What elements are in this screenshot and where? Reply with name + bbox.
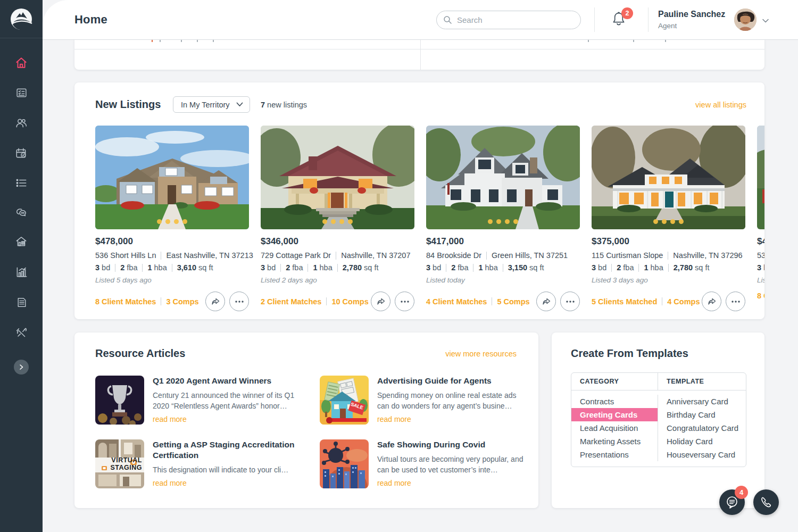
sidebar-item-tools[interactable] (0, 321, 43, 345)
listing-card: $478,000 536 Short Hills LnEast Nashvill… (757, 126, 764, 300)
share-icon (707, 297, 717, 306)
article-item: VIRTUALSTAGING Getting a ASP Staging Acc… (95, 439, 305, 488)
sidebar-item-contacts[interactable] (0, 111, 43, 135)
app-logo-icon[interactable] (10, 7, 33, 31)
comps-link[interactable]: 5 Comps (497, 297, 529, 306)
phone-fab-button[interactable] (753, 489, 779, 515)
top-header: Home 2 Pauline Sanchez Agent (43, 0, 798, 40)
template-item[interactable]: Birthday Card (658, 408, 746, 421)
sidebar-expand-button[interactable] (14, 360, 29, 375)
search-input[interactable] (457, 15, 563, 24)
client-matches-link[interactable]: 2 Client Matches (261, 297, 321, 306)
article-thumbnail-covid[interactable] (320, 439, 369, 488)
chat-badge: 4 (735, 486, 748, 499)
photo-carousel-dots[interactable] (95, 219, 249, 224)
category-item[interactable]: Presentations (571, 448, 658, 461)
house-listing-icon (15, 235, 28, 248)
article-title[interactable]: Getting a ASP Staging Accreditation Cert… (153, 439, 296, 461)
listing-photo[interactable] (757, 126, 764, 229)
templates-table: CATEGORY TEMPLATE Contracts Greeting Car… (571, 372, 746, 467)
share-button[interactable] (536, 292, 556, 311)
photo-carousel-dots[interactable] (757, 219, 764, 224)
listing-card: $417,000 84 Brookside DrGreen Hills, TN … (426, 126, 580, 311)
listing-photo[interactable] (426, 126, 580, 229)
sidebar-item-reports[interactable] (0, 260, 43, 284)
ellipsis-icon (732, 301, 740, 303)
client-matches-link[interactable]: 8 Client Matches (757, 292, 764, 300)
column-header-template: TEMPLATE (658, 373, 746, 390)
article-title[interactable]: Advertising Guide for Agents (377, 376, 530, 386)
listing-photo[interactable] (592, 126, 745, 229)
chat-fab-button[interactable]: 4 (719, 489, 745, 515)
client-matches-link[interactable]: 5 Clients Matched (592, 297, 657, 306)
more-options-button[interactable] (229, 292, 249, 311)
user-menu-chevron[interactable] (762, 16, 769, 26)
article-title[interactable]: Safe Showing During Covid (377, 439, 530, 450)
listing-listed-date: Listed today (426, 276, 580, 284)
article-thumbnail-advertising[interactable]: SALE (320, 376, 369, 425)
territory-filter-dropdown[interactable]: In My Territory (173, 96, 250, 113)
client-matches-link[interactable]: 4 Client Matches (426, 297, 487, 306)
listing-card: $478,000 536 Short Hills LnEast Nashvill… (95, 126, 249, 311)
read-more-link[interactable]: read more (153, 415, 305, 423)
article-thumbnail-trophy[interactable] (95, 376, 144, 425)
chevron-down-icon (236, 102, 243, 107)
photo-carousel-dots[interactable] (592, 219, 745, 224)
share-button[interactable] (702, 292, 721, 311)
resource-articles-title: Resource Articles (95, 347, 185, 360)
category-item-selected[interactable]: Greeting Cards (571, 408, 658, 421)
photo-carousel-dots[interactable] (426, 219, 580, 224)
comps-link[interactable]: 4 Comps (667, 297, 700, 306)
article-excerpt: Spending money on online real estate ads… (377, 390, 530, 412)
sidebar-item-home[interactable] (0, 51, 43, 74)
share-button[interactable] (205, 292, 225, 311)
templates-title: Create From Templates (571, 347, 688, 360)
category-item[interactable]: Lead Acquisition (571, 421, 658, 435)
category-item[interactable]: Marketing Assets (571, 435, 658, 448)
listing-price: $375,000 (592, 236, 745, 247)
chevron-right-icon (18, 364, 24, 370)
article-excerpt: Century 21 announced the winner of its Q… (153, 390, 305, 412)
read-more-link[interactable]: read more (377, 479, 530, 487)
photo-carousel-dots[interactable] (261, 219, 414, 224)
article-title[interactable]: Q1 2020 Agent Award Winners (153, 376, 305, 386)
view-more-resources-link[interactable]: view more resources (445, 350, 517, 358)
checklist-icon (15, 87, 28, 99)
notifications-button[interactable]: 2 (611, 11, 629, 31)
template-item[interactable]: Holiday Card (658, 435, 746, 448)
comps-link[interactable]: 3 Comps (166, 297, 198, 306)
sidebar-item-messages[interactable] (0, 201, 43, 224)
new-listings-count: 7 new listings (261, 101, 307, 109)
share-button[interactable] (371, 292, 390, 311)
view-all-listings-link[interactable]: view all listings (695, 101, 746, 109)
avatar[interactable] (734, 9, 757, 31)
sidebar-item-tasks[interactable] (0, 81, 43, 104)
comps-link[interactable]: 10 Comps (331, 297, 368, 306)
article-thumbnail-virtual-staging[interactable]: VIRTUALSTAGING (95, 439, 144, 488)
listing-listed-date: Listed 5 days ago (95, 276, 249, 284)
category-item[interactable]: Contracts (571, 395, 658, 408)
template-item[interactable]: Anniversary Card (658, 395, 746, 408)
sidebar-item-properties[interactable] (0, 230, 43, 253)
ellipsis-icon (401, 301, 409, 303)
listing-price: $478,000 (757, 236, 764, 247)
search-box[interactable] (436, 11, 581, 29)
share-icon (376, 297, 386, 306)
more-options-button[interactable] (726, 292, 745, 311)
read-more-link[interactable]: read more (153, 479, 296, 487)
read-more-link[interactable]: read more (377, 415, 530, 423)
article-item: Q1 2020 Agent Award Winners Century 21 a… (95, 376, 305, 425)
sidebar-item-documents[interactable] (0, 290, 43, 314)
sidebar-item-lists[interactable] (0, 171, 43, 195)
template-item[interactable]: Houseversary Card (658, 448, 746, 461)
listing-photo[interactable] (95, 126, 249, 229)
more-options-button[interactable] (560, 292, 580, 311)
more-options-button[interactable] (395, 292, 414, 311)
scrolled-panel (74, 39, 764, 70)
client-matches-link[interactable]: 8 Client Matches (95, 297, 156, 306)
create-from-templates-panel: Create From Templates CATEGORY TEMPLATE … (552, 332, 764, 508)
sidebar-item-calendar[interactable] (0, 142, 43, 165)
listing-specs: 3bd 2fba 1hba 3,610sq ft (757, 263, 764, 272)
template-item[interactable]: Congratulatory Card (658, 421, 746, 435)
listing-photo[interactable] (261, 126, 414, 229)
